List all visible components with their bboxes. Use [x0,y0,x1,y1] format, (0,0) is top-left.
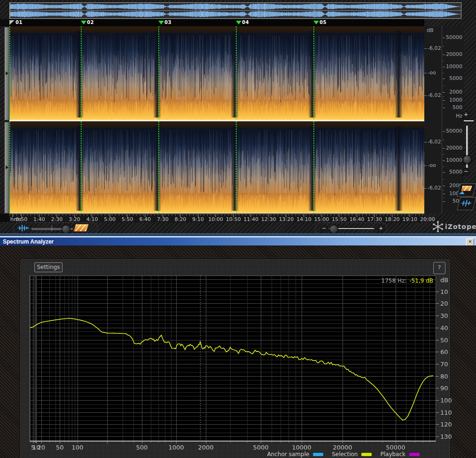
time-label: 18:20 [385,216,400,222]
amp-scale-label: -oo [428,162,436,168]
db-axis-tick [436,412,439,413]
db-axis-label: 90 [440,385,448,392]
window-body: Settings ? 1758 Hz:-51,9 dB dB1020304050… [0,245,476,458]
db-axis-label: 50 [440,336,448,343]
help-button[interactable]: ? [433,262,445,274]
db-axis-tick [436,316,439,316]
freq-axis-tick [69,441,69,442]
legend-swatch [361,453,372,456]
amp-scale-label: -6,02 [428,185,441,191]
amp-tick [424,95,427,96]
readout-value: -51,9 dB [409,277,433,284]
spectrogram-right-channel[interactable] [9,121,424,213]
time-label: 3:20 [69,216,80,222]
db-axis-tick [436,376,439,377]
freq-minor-tick [443,46,444,47]
audio-editor: 0102030405 dB-6,02-oo-6,02-6,02-oo-6,02 … [0,0,476,236]
amp-scale-label: -6,02 [428,139,441,145]
db-axis-tick [436,388,439,388]
freq-minor-tick [443,197,444,198]
freq-axis-tick [107,441,108,443]
marker-01[interactable]: 01 [9,19,28,26]
marker-triangle-icon [236,21,242,24]
izotope-logo-text: iZotope [445,223,476,230]
freq-axis-tick [158,441,159,442]
freq-axis-tick [123,441,123,442]
window-title-bar[interactable]: Spectrum Analyzer ✕ [0,237,476,245]
marker-label: 05 [320,20,327,25]
freq-scale-label: 5000 [449,75,462,81]
settings-button[interactable]: Settings [34,262,62,272]
overview-waveform[interactable] [9,2,461,19]
marker-label: 04 [242,20,249,25]
spectrum-plot-area[interactable]: 1758 Hz:-51,9 dB [30,276,436,442]
time-label: 5:00 [104,216,116,222]
zoom-in-vertical-icon[interactable]: + [462,111,469,118]
waveform-zoom-knob[interactable] [62,225,70,234]
freq-tick [443,55,445,55]
db-axis-label: 110 [440,409,452,416]
spectrum-plot-canvas[interactable] [30,276,436,442]
zoom-out-horizontal-icon[interactable]: − [320,225,328,232]
freq-axis-tick [171,441,172,442]
rail-arrow-icon [6,71,8,75]
waveform-icon [460,199,472,207]
spectrogram-zoom-icon[interactable] [73,224,89,232]
freq-axis-tick [366,441,367,442]
time-label: 15:50 [332,216,347,222]
waveform-zoom-icon[interactable] [18,224,29,232]
freq-axis-tick [41,441,42,443]
freq-tick [443,38,445,38]
db-axis-tick [436,400,439,401]
marker-03[interactable]: 03 [158,19,177,26]
marker-05[interactable]: 05 [313,19,332,26]
freq-scale-label: 50000 [446,34,462,40]
spectrogram-left-channel[interactable] [9,26,424,120]
marker-triangle-icon [158,21,164,24]
marker-bar[interactable]: 0102030405 [9,19,424,27]
freq-tick [443,79,445,79]
marker-04[interactable]: 04 [236,19,255,26]
waveform-overlay-icon [459,191,466,194]
left-scrollbar-channel1[interactable] [4,27,9,120]
amp-tick [424,142,427,142]
freq-axis-label: 5000 [253,444,268,451]
db-axis-label: 70 [440,360,448,367]
db-axis-tick [436,328,439,328]
close-button[interactable]: ✕ [466,238,474,246]
freq-scale-label: 10000 [446,157,462,163]
freq-axis-tick [261,441,261,443]
freq-minor-tick [443,140,444,140]
vertical-zoom-knob[interactable] [463,155,472,164]
time-label: 13:20 [279,216,294,222]
left-scrollbar-channel2[interactable] [4,122,9,213]
freq-scale-label: 20000 [446,145,462,151]
freq-axis-tick [75,441,75,442]
rail-arrow-icon [6,166,8,169]
amp-unit-label: dB [427,27,434,33]
zoom-out-vertical-icon[interactable]: − [462,168,469,175]
freq-axis-label: 20000 [333,444,352,451]
zoom-in-horizontal-icon[interactable]: + [377,225,384,232]
freq-axis-tick [415,441,415,442]
marker-02[interactable]: 02 [81,19,100,26]
amp-tick [424,188,427,189]
marker-triangle-icon [81,21,86,24]
waveform-view-button[interactable] [457,197,476,210]
time-ruler[interactable]: hms 0:501:402:303:204:105:005:506:407:30… [9,214,424,222]
slider-center-tick [52,226,52,231]
freq-axis-tick [133,441,134,442]
db-axis-label: 130 [440,433,452,440]
freq-axis-tick [72,441,72,442]
time-label: 11:40 [243,216,258,222]
legend-swatch [409,453,420,456]
freq-tick [443,108,445,108]
freq-axis-tick [281,441,281,442]
amp-tick [424,48,427,49]
horizontal-zoom-knob[interactable] [329,225,338,234]
spectrogram-view-button[interactable] [457,183,476,197]
freq-scale-label: 500 [453,104,462,111]
time-label: 0:50 [16,216,27,222]
freq-axis-label: 2000 [198,444,213,451]
freq-axis-tick [30,441,31,442]
